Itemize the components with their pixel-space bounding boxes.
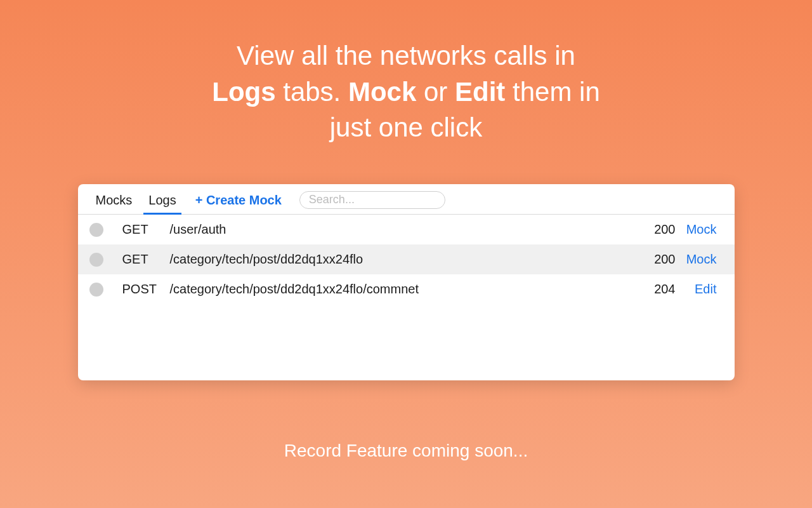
- search-input[interactable]: [299, 191, 445, 209]
- toolbar: Mocks Logs + Create Mock: [78, 184, 735, 215]
- status-dot-icon: [89, 223, 103, 237]
- headline-text-3: or: [416, 77, 455, 107]
- tab-logs[interactable]: Logs: [142, 190, 182, 214]
- headline-text-2: tabs.: [276, 77, 348, 107]
- create-mock-button[interactable]: + Create Mock: [187, 190, 291, 214]
- logs-panel: Mocks Logs + Create Mock GET /user/auth …: [78, 184, 735, 380]
- path-cell: /category/tech/post/dd2dq1xx24flo/commne…: [170, 282, 641, 297]
- tab-mocks[interactable]: Mocks: [89, 190, 139, 214]
- headline-text-1: View all the networks calls in: [237, 41, 575, 70]
- edit-action-link[interactable]: Edit: [676, 282, 717, 297]
- method-cell: GET: [122, 222, 170, 237]
- status-code-cell: 200: [641, 222, 676, 237]
- status-dot-icon: [89, 283, 103, 297]
- table-row[interactable]: POST /category/tech/post/dd2dq1xx24flo/c…: [78, 274, 735, 304]
- path-cell: /user/auth: [170, 222, 641, 237]
- method-cell: GET: [122, 252, 170, 267]
- log-rows: GET /user/auth 200 Mock GET /category/te…: [78, 215, 735, 380]
- headline-text-5: just one click: [330, 112, 482, 142]
- headline-bold-mock: Mock: [348, 77, 416, 107]
- path-cell: /category/tech/post/dd2dq1xx24flo: [170, 252, 641, 267]
- method-cell: POST: [122, 282, 170, 297]
- table-row[interactable]: GET /category/tech/post/dd2dq1xx24flo 20…: [78, 244, 735, 274]
- table-row[interactable]: GET /user/auth 200 Mock: [78, 215, 735, 244]
- footer-note: Record Feature coming soon...: [284, 441, 528, 461]
- status-code-cell: 200: [641, 252, 676, 267]
- headline-text-4: them in: [505, 77, 599, 107]
- headline: View all the networks calls in Logs tabs…: [212, 38, 600, 146]
- mock-action-link[interactable]: Mock: [676, 222, 717, 237]
- status-code-cell: 204: [641, 282, 676, 297]
- headline-bold-logs: Logs: [212, 77, 275, 107]
- headline-bold-edit: Edit: [455, 77, 505, 107]
- status-dot-icon: [89, 253, 103, 267]
- mock-action-link[interactable]: Mock: [676, 252, 717, 267]
